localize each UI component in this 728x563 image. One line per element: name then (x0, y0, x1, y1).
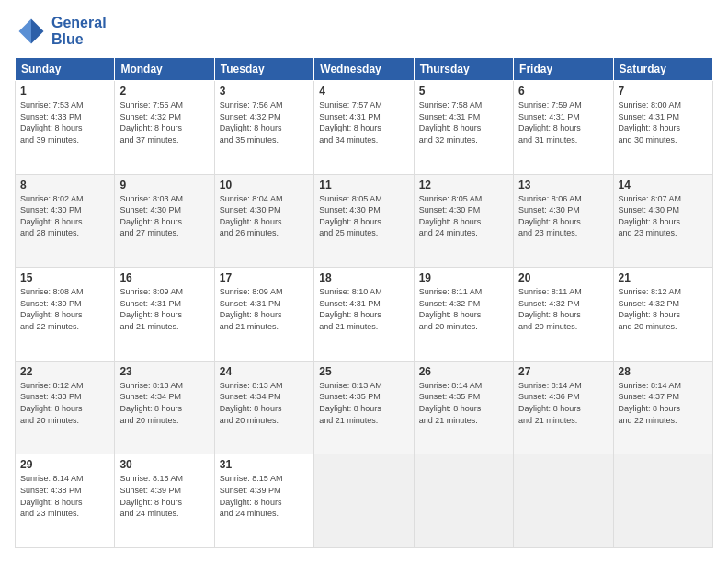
day-detail: Sunrise: 8:05 AMSunset: 4:30 PMDaylight:… (419, 193, 508, 239)
day-detail: Sunrise: 8:11 AMSunset: 4:32 PMDaylight:… (518, 286, 608, 332)
weekday-header-saturday: Saturday (613, 58, 712, 81)
day-detail: Sunrise: 7:55 AMSunset: 4:32 PMDaylight:… (119, 99, 209, 145)
day-number: 17 (220, 271, 309, 284)
calendar-cell: 1Sunrise: 7:53 AMSunset: 4:33 PMDaylight… (16, 81, 115, 175)
weekday-header-monday: Monday (115, 58, 214, 81)
day-detail: Sunrise: 8:14 AMSunset: 4:36 PMDaylight:… (518, 380, 608, 426)
calendar-cell: 15Sunrise: 8:08 AMSunset: 4:30 PMDayligh… (16, 268, 115, 362)
day-number: 5 (419, 85, 508, 98)
calendar-cell: 13Sunrise: 8:06 AMSunset: 4:30 PMDayligh… (514, 174, 613, 268)
day-detail: Sunrise: 7:58 AMSunset: 4:31 PMDaylight:… (419, 99, 508, 145)
day-detail: Sunrise: 8:10 AMSunset: 4:31 PMDaylight:… (319, 286, 408, 332)
day-number: 12 (419, 178, 508, 191)
calendar-cell: 2Sunrise: 7:55 AMSunset: 4:32 PMDaylight… (115, 81, 214, 175)
day-number: 15 (20, 271, 109, 284)
calendar-cell: 19Sunrise: 8:11 AMSunset: 4:32 PMDayligh… (414, 268, 513, 362)
calendar-cell: 4Sunrise: 7:57 AMSunset: 4:31 PMDaylight… (314, 81, 414, 175)
day-number: 1 (20, 85, 109, 98)
calendar-cell (414, 454, 513, 548)
day-detail: Sunrise: 8:03 AMSunset: 4:30 PMDaylight:… (119, 193, 209, 239)
weekday-header-wednesday: Wednesday (314, 58, 414, 81)
day-detail: Sunrise: 8:06 AMSunset: 4:30 PMDaylight:… (518, 193, 608, 239)
day-number: 11 (319, 178, 408, 191)
day-detail: Sunrise: 8:07 AMSunset: 4:30 PMDaylight:… (619, 193, 708, 239)
logo-text: General Blue (51, 15, 107, 47)
day-number: 3 (220, 85, 309, 98)
day-number: 25 (319, 365, 408, 378)
day-detail: Sunrise: 8:02 AMSunset: 4:30 PMDaylight:… (20, 193, 109, 239)
header: General Blue (15, 15, 713, 48)
calendar-cell: 8Sunrise: 8:02 AMSunset: 4:30 PMDaylight… (16, 174, 115, 268)
day-number: 8 (20, 178, 109, 191)
svg-marker-1 (19, 19, 32, 44)
calendar-cell: 24Sunrise: 8:13 AMSunset: 4:34 PMDayligh… (214, 361, 313, 454)
day-detail: Sunrise: 8:13 AMSunset: 4:34 PMDaylight:… (119, 380, 209, 426)
calendar-cell: 18Sunrise: 8:10 AMSunset: 4:31 PMDayligh… (314, 268, 414, 362)
day-detail: Sunrise: 8:09 AMSunset: 4:31 PMDaylight:… (119, 286, 209, 332)
calendar-cell: 14Sunrise: 8:07 AMSunset: 4:30 PMDayligh… (613, 174, 712, 268)
day-number: 16 (119, 271, 209, 284)
weekday-header-sunday: Sunday (16, 58, 115, 81)
day-number: 28 (619, 365, 708, 378)
day-detail: Sunrise: 8:12 AMSunset: 4:32 PMDaylight:… (619, 286, 708, 332)
calendar-cell: 29Sunrise: 8:14 AMSunset: 4:38 PMDayligh… (16, 454, 115, 548)
calendar-cell: 9Sunrise: 8:03 AMSunset: 4:30 PMDaylight… (115, 174, 214, 268)
day-number: 22 (20, 365, 109, 378)
day-number: 9 (119, 178, 209, 191)
logo-icon (15, 15, 48, 48)
calendar-cell: 30Sunrise: 8:15 AMSunset: 4:39 PMDayligh… (115, 454, 214, 548)
day-detail: Sunrise: 7:59 AMSunset: 4:31 PMDaylight:… (518, 99, 608, 145)
page: General Blue SundayMondayTuesdayWednesda… (0, 0, 728, 563)
day-detail: Sunrise: 8:09 AMSunset: 4:31 PMDaylight:… (220, 286, 309, 332)
day-detail: Sunrise: 8:14 AMSunset: 4:35 PMDaylight:… (419, 380, 508, 426)
calendar-cell: 28Sunrise: 8:14 AMSunset: 4:37 PMDayligh… (613, 361, 712, 454)
day-number: 31 (220, 458, 309, 471)
calendar-cell: 11Sunrise: 8:05 AMSunset: 4:30 PMDayligh… (314, 174, 414, 268)
day-detail: Sunrise: 8:14 AMSunset: 4:37 PMDaylight:… (619, 380, 708, 426)
calendar-cell: 25Sunrise: 8:13 AMSunset: 4:35 PMDayligh… (314, 361, 414, 454)
day-number: 13 (518, 178, 608, 191)
calendar-cell: 6Sunrise: 7:59 AMSunset: 4:31 PMDaylight… (514, 81, 613, 175)
day-detail: Sunrise: 8:05 AMSunset: 4:30 PMDaylight:… (319, 193, 408, 239)
day-detail: Sunrise: 8:14 AMSunset: 4:38 PMDaylight:… (20, 473, 109, 519)
calendar-cell (514, 454, 613, 548)
day-number: 26 (419, 365, 508, 378)
day-detail: Sunrise: 7:57 AMSunset: 4:31 PMDaylight:… (319, 99, 408, 145)
calendar-cell: 26Sunrise: 8:14 AMSunset: 4:35 PMDayligh… (414, 361, 513, 454)
svg-marker-0 (31, 19, 44, 44)
logo: General Blue (15, 15, 107, 48)
weekday-header-thursday: Thursday (414, 58, 513, 81)
calendar-cell: 20Sunrise: 8:11 AMSunset: 4:32 PMDayligh… (514, 268, 613, 362)
calendar: SundayMondayTuesdayWednesdayThursdayFrid… (15, 57, 713, 548)
day-number: 30 (119, 458, 209, 471)
day-detail: Sunrise: 7:53 AMSunset: 4:33 PMDaylight:… (20, 99, 109, 145)
calendar-cell: 7Sunrise: 8:00 AMSunset: 4:31 PMDaylight… (613, 81, 712, 175)
weekday-header-friday: Friday (514, 58, 613, 81)
day-number: 21 (619, 271, 708, 284)
day-number: 19 (419, 271, 508, 284)
calendar-cell: 3Sunrise: 7:56 AMSunset: 4:32 PMDaylight… (214, 81, 313, 175)
calendar-cell: 27Sunrise: 8:14 AMSunset: 4:36 PMDayligh… (514, 361, 613, 454)
calendar-cell (314, 454, 414, 548)
calendar-cell: 21Sunrise: 8:12 AMSunset: 4:32 PMDayligh… (613, 268, 712, 362)
day-detail: Sunrise: 8:13 AMSunset: 4:34 PMDaylight:… (220, 380, 309, 426)
day-number: 14 (619, 178, 708, 191)
day-number: 23 (119, 365, 209, 378)
day-detail: Sunrise: 8:08 AMSunset: 4:30 PMDaylight:… (20, 286, 109, 332)
calendar-cell: 23Sunrise: 8:13 AMSunset: 4:34 PMDayligh… (115, 361, 214, 454)
calendar-cell (613, 454, 712, 548)
calendar-cell: 16Sunrise: 8:09 AMSunset: 4:31 PMDayligh… (115, 268, 214, 362)
day-detail: Sunrise: 8:12 AMSunset: 4:33 PMDaylight:… (20, 380, 109, 426)
day-detail: Sunrise: 8:11 AMSunset: 4:32 PMDaylight:… (419, 286, 508, 332)
day-detail: Sunrise: 7:56 AMSunset: 4:32 PMDaylight:… (220, 99, 309, 145)
calendar-cell: 12Sunrise: 8:05 AMSunset: 4:30 PMDayligh… (414, 174, 513, 268)
day-number: 29 (20, 458, 109, 471)
day-number: 10 (220, 178, 309, 191)
calendar-cell: 10Sunrise: 8:04 AMSunset: 4:30 PMDayligh… (214, 174, 313, 268)
calendar-cell: 5Sunrise: 7:58 AMSunset: 4:31 PMDaylight… (414, 81, 513, 175)
calendar-cell: 17Sunrise: 8:09 AMSunset: 4:31 PMDayligh… (214, 268, 313, 362)
day-number: 6 (518, 85, 608, 98)
weekday-header-tuesday: Tuesday (214, 58, 313, 81)
day-number: 18 (319, 271, 408, 284)
day-number: 4 (319, 85, 408, 98)
